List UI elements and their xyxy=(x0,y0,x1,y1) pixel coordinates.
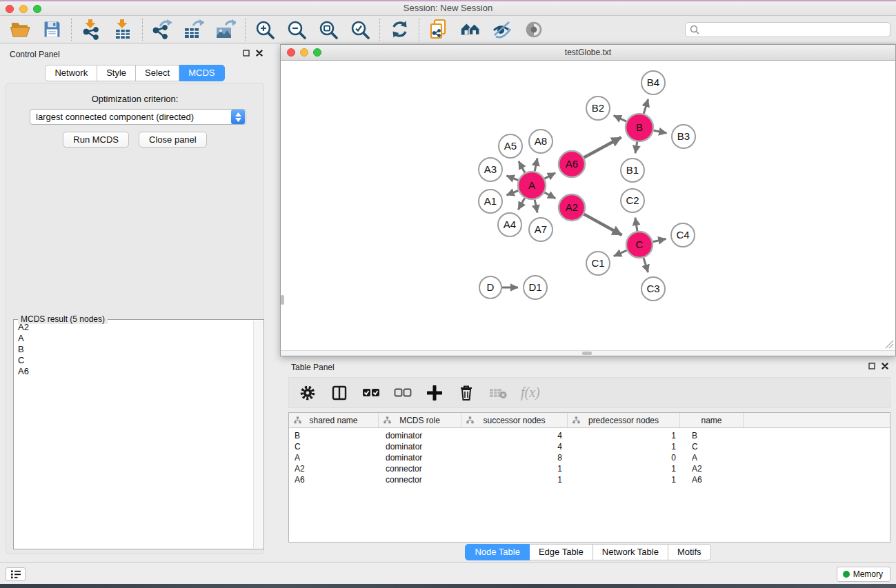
edge-C-C2[interactable] xyxy=(635,218,637,232)
column-header-successor-nodes[interactable]: successor nodes xyxy=(461,413,568,427)
result-list-item[interactable]: C xyxy=(14,355,253,366)
zoom-selected-icon[interactable] xyxy=(350,19,370,40)
column-header-label: name xyxy=(701,416,721,425)
edge-A-A6[interactable] xyxy=(545,173,556,179)
edge-A-A7[interactable] xyxy=(535,200,537,213)
open-session-icon[interactable] xyxy=(10,19,30,40)
edge-B-B4[interactable] xyxy=(644,99,648,114)
tab-motifs[interactable]: Motifs xyxy=(668,544,711,560)
table-row[interactable]: Cdominator41C xyxy=(289,441,890,452)
memory-button[interactable]: Memory xyxy=(837,567,890,582)
column-header-name[interactable]: name xyxy=(680,413,744,427)
select-all-icon[interactable] xyxy=(362,384,380,402)
duplicate-network-icon[interactable] xyxy=(428,19,449,40)
close-panel-icon[interactable] xyxy=(256,50,263,57)
resize-grip-icon[interactable] xyxy=(885,340,894,349)
criterion-dropdown[interactable]: largest connected component (directed) xyxy=(30,109,246,125)
mcds-result-list[interactable]: A2ABCA6 xyxy=(14,322,253,548)
network-graph-canvas[interactable]: B4B2BB3A5A8A6B1A3AA1C2A2A4A7C4CC1DD1C3 xyxy=(281,61,895,351)
result-list-item[interactable]: A6 xyxy=(14,366,253,377)
search-icon xyxy=(690,25,699,34)
import-network-icon[interactable] xyxy=(81,19,101,40)
table-row[interactable]: Adominator80A xyxy=(289,452,890,463)
result-list-item[interactable]: B xyxy=(14,344,253,355)
window-title: Session: New Session xyxy=(0,1,896,15)
network-close-button[interactable] xyxy=(287,48,295,57)
node-label-D1: D1 xyxy=(528,281,541,293)
search-field[interactable] xyxy=(685,22,890,37)
export-table-icon[interactable] xyxy=(183,19,204,40)
edge-A-A3[interactable] xyxy=(506,176,518,181)
network-hscroll-track[interactable] xyxy=(281,350,895,356)
table-cell: connector xyxy=(379,463,461,474)
edge-C-C4[interactable] xyxy=(653,239,666,241)
close-window-button[interactable] xyxy=(6,5,14,13)
edge-A-A1[interactable] xyxy=(506,191,518,196)
table-cell: A2 xyxy=(289,463,379,474)
edge-C-C3[interactable] xyxy=(644,258,648,272)
save-session-icon[interactable] xyxy=(41,19,62,40)
tab-network[interactable]: Network xyxy=(45,65,97,81)
table-header-filler xyxy=(744,413,890,427)
export-image-icon[interactable] xyxy=(215,19,236,40)
task-history-button[interactable] xyxy=(6,567,26,581)
table-row[interactable]: Bdominator41B xyxy=(289,430,890,441)
network-vscroll-thumb[interactable] xyxy=(281,295,284,305)
edge-A-A5[interactable] xyxy=(519,161,525,173)
node-label-A5: A5 xyxy=(504,140,517,152)
zoom-window-button[interactable] xyxy=(33,5,41,13)
column-header-shared-name[interactable]: shared name xyxy=(289,413,379,427)
edge-A2-C[interactable] xyxy=(584,214,622,235)
import-table-icon[interactable] xyxy=(112,19,133,40)
float-table-panel-icon[interactable] xyxy=(868,363,875,369)
zoom-in-icon[interactable] xyxy=(255,19,275,40)
deselect-all-icon[interactable] xyxy=(394,384,412,402)
column-header-MCDS-role[interactable]: MCDS role xyxy=(379,413,461,427)
run-mcds-button[interactable]: Run MCDS xyxy=(63,132,129,148)
result-list-scrollbar[interactable] xyxy=(253,321,263,548)
edge-B-B3[interactable] xyxy=(654,130,667,133)
tab-network-table[interactable]: Network Table xyxy=(593,544,668,560)
edge-C-C1[interactable] xyxy=(614,250,627,256)
node-label-A4: A4 xyxy=(504,219,516,230)
network-hscroll-thumb[interactable] xyxy=(582,352,592,355)
edge-A-A4[interactable] xyxy=(518,198,524,210)
table-cell: 1 xyxy=(461,463,568,474)
node-label-B1: B1 xyxy=(626,164,639,176)
table-row[interactable]: A2connector11A2 xyxy=(289,463,890,474)
add-column-icon[interactable] xyxy=(426,384,444,402)
column-view-icon[interactable] xyxy=(330,384,348,402)
result-list-item[interactable]: A2 xyxy=(14,322,253,333)
tab-mcds[interactable]: MCDS xyxy=(179,65,224,81)
table-row[interactable]: A6connector11A6 xyxy=(289,474,890,485)
zoom-fit-icon[interactable] xyxy=(318,19,339,40)
close-table-panel-icon[interactable] xyxy=(882,363,888,369)
tab-node-table[interactable]: Node Table xyxy=(465,544,530,560)
column-header-predecessor-nodes[interactable]: predecessor nodes xyxy=(568,413,680,427)
search-input[interactable] xyxy=(702,25,886,34)
minimize-window-button[interactable] xyxy=(19,5,28,13)
node-label-C1: C1 xyxy=(591,257,604,269)
network-minimize-button[interactable] xyxy=(300,48,308,57)
close-panel-button[interactable]: Close panel xyxy=(139,132,207,148)
hide-selected-icon[interactable] xyxy=(492,19,512,40)
edge-B-B2[interactable] xyxy=(614,116,626,122)
float-panel-icon[interactable] xyxy=(243,50,250,57)
memory-label: Memory xyxy=(853,569,883,579)
export-network-icon[interactable] xyxy=(152,19,172,40)
home-icon[interactable] xyxy=(460,19,481,40)
edge-A-A8[interactable] xyxy=(535,158,537,171)
edge-A6-B[interactable] xyxy=(584,137,621,157)
zoom-out-icon[interactable] xyxy=(286,19,307,40)
edge-A-A2[interactable] xyxy=(544,192,555,199)
tab-style[interactable]: Style xyxy=(97,65,136,81)
delete-column-trash-icon[interactable] xyxy=(457,384,475,402)
tab-select[interactable]: Select xyxy=(136,65,179,81)
edge-B-B1[interactable] xyxy=(635,142,637,154)
refresh-icon[interactable] xyxy=(389,19,410,40)
tab-edge-table[interactable]: Edge Table xyxy=(530,544,593,560)
table-options-gear-icon[interactable] xyxy=(299,384,317,402)
show-all-icon[interactable] xyxy=(524,19,544,40)
result-list-item[interactable]: A xyxy=(14,333,253,344)
network-zoom-button[interactable] xyxy=(313,48,321,57)
